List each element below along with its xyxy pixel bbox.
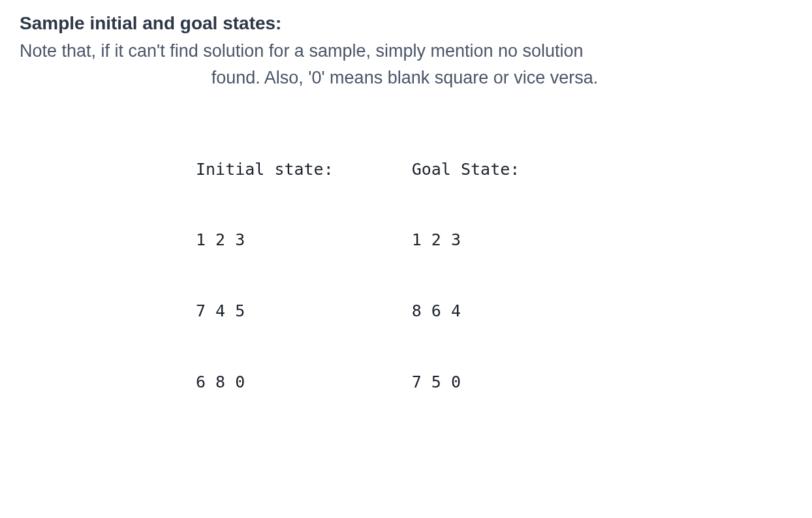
state-row: 1 2 3 (196, 228, 334, 252)
note-text: Note that, if it can't find solution for… (20, 38, 790, 91)
initial-state-block: Initial state: 1 2 3 7 4 5 6 8 0 (196, 110, 334, 442)
state-row: 7 4 5 (196, 299, 334, 323)
sample-row: Initial state: 1 2 3 7 4 5 6 8 0 Goal St… (196, 110, 792, 442)
state-row: 1 2 3 (412, 228, 520, 252)
initial-state-block: Initial state: 2 8 1 3 4 6 7 5 0 (196, 474, 334, 519)
initial-label: Initial state: (196, 158, 334, 181)
note-line-2: found. Also, '0' means blank square or v… (20, 65, 790, 91)
state-row: 8 6 4 (412, 299, 520, 323)
state-row: 6 8 0 (196, 371, 334, 394)
sample-row: Initial state: 2 8 1 3 4 6 7 5 0 Goal St… (196, 474, 792, 519)
note-line-1: Note that, if it can't find solution for… (20, 38, 790, 65)
goal-state-block: Goal State: 3 2 1 8 0 4 7 5 6 (412, 474, 520, 519)
goal-state-block: Goal State: 1 2 3 8 6 4 7 5 0 (412, 110, 520, 442)
goal-label: Goal State: (412, 158, 520, 181)
states-container: Initial state: 1 2 3 7 4 5 6 8 0 Goal St… (20, 110, 792, 518)
section-heading: Sample initial and goal states: (20, 13, 792, 34)
state-row: 7 5 0 (412, 371, 520, 394)
